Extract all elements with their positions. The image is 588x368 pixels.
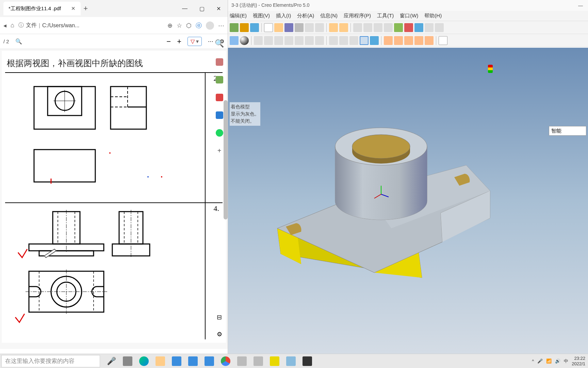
- tool-icon[interactable]: [404, 23, 413, 32]
- tool-icon[interactable]: [230, 23, 239, 32]
- close-icon[interactable]: ✕: [71, 5, 76, 12]
- menu-view[interactable]: 视图(V): [253, 13, 270, 19]
- print-icon[interactable]: [295, 23, 304, 32]
- minimize-icon[interactable]: —: [182, 5, 187, 12]
- ime-indicator[interactable]: 中: [564, 358, 568, 364]
- profile-icon[interactable]: [206, 21, 214, 30]
- shopping-icon[interactable]: [216, 58, 223, 66]
- no-hidden-icon[interactable]: [349, 36, 358, 45]
- zoom-fit-icon[interactable]: [274, 36, 283, 45]
- mail-icon[interactable]: [172, 356, 181, 366]
- app-icon[interactable]: [303, 356, 312, 366]
- wifi-icon[interactable]: 📶: [546, 358, 552, 364]
- taskbar-search[interactable]: 在这里输入你要搜索的内容: [1, 355, 100, 367]
- zoom-icon[interactable]: ⊕: [167, 22, 173, 29]
- tool-icon[interactable]: [370, 36, 379, 45]
- zoom-out-icon[interactable]: −: [166, 37, 171, 46]
- tray-up-icon[interactable]: ^: [532, 358, 534, 364]
- outlook-icon[interactable]: [216, 111, 223, 119]
- cortana-icon[interactable]: 🎤: [107, 357, 116, 366]
- menu-tools[interactable]: 工具(T): [377, 13, 394, 19]
- zoom-out-icon[interactable]: [264, 36, 273, 45]
- tool-icon[interactable]: [305, 23, 314, 32]
- add-sidebar-icon[interactable]: +: [217, 147, 222, 155]
- snip-icon[interactable]: [205, 356, 214, 366]
- clock[interactable]: 23:22 2022/1: [572, 356, 585, 366]
- zoom-in-icon[interactable]: [254, 36, 263, 45]
- app-icon[interactable]: [286, 356, 296, 366]
- menu-edit[interactable]: 编辑(E): [230, 13, 247, 19]
- search-sidebar-icon[interactable]: 🔍: [215, 39, 224, 48]
- app-icon[interactable]: [237, 356, 247, 366]
- menu-app[interactable]: 应用程序(P): [344, 13, 371, 19]
- tool-icon[interactable]: [250, 23, 259, 32]
- task-view-icon[interactable]: [123, 356, 132, 366]
- maximize-icon[interactable]: ▢: [199, 5, 205, 12]
- zoom-in-icon[interactable]: +: [177, 37, 181, 46]
- chrome-icon[interactable]: [221, 356, 230, 366]
- spotify-icon[interactable]: [216, 129, 223, 137]
- app-icon[interactable]: [188, 356, 198, 366]
- save-icon[interactable]: [284, 23, 293, 32]
- tool-icon[interactable]: [230, 36, 239, 45]
- menu-window[interactable]: 窗口(W): [400, 13, 418, 19]
- cut-icon[interactable]: [353, 23, 362, 32]
- tool-icon[interactable]: [384, 23, 393, 32]
- undo-icon[interactable]: [329, 23, 338, 32]
- new-file-icon[interactable]: [264, 23, 273, 32]
- menu-analysis[interactable]: 分析(A): [297, 13, 314, 19]
- tool-icon[interactable]: [315, 23, 324, 32]
- ie-icon[interactable]: ⓔ: [196, 21, 202, 30]
- creo-3d-viewport[interactable]: 着色模型 显示为灰色。 不能关闭。 智能: [228, 48, 588, 354]
- paste-icon[interactable]: [374, 23, 382, 32]
- app-icon[interactable]: [254, 356, 263, 366]
- tool-icon[interactable]: [425, 36, 434, 45]
- creo-taskbar-icon[interactable]: [270, 356, 279, 366]
- tool-icon[interactable]: [240, 23, 249, 32]
- mic-tray-icon[interactable]: 🎤: [537, 358, 543, 364]
- sidebar-settings-icon[interactable]: ⚙: [217, 331, 222, 338]
- menu-help[interactable]: 帮助(H): [424, 13, 442, 19]
- copy-icon[interactable]: [363, 23, 372, 32]
- people-icon[interactable]: [216, 76, 223, 83]
- browser-tab[interactable]: *工程制图作业11.4 .pdf ✕: [3, 2, 81, 15]
- help-icon[interactable]: [439, 36, 447, 45]
- new-tab-button[interactable]: +: [83, 4, 88, 13]
- extensions-icon[interactable]: ⬡: [186, 22, 192, 29]
- edge-icon[interactable]: [139, 356, 149, 366]
- search-icon[interactable]: 🔍: [15, 38, 22, 45]
- favorite-icon[interactable]: ☆: [177, 22, 182, 29]
- tool-icon[interactable]: [435, 23, 444, 32]
- menu-info[interactable]: 信息(N): [320, 13, 338, 19]
- collapse-icon[interactable]: ⊟: [217, 313, 222, 321]
- tool-icon[interactable]: [394, 23, 403, 32]
- office-icon[interactable]: [216, 94, 223, 101]
- pdf-content-area[interactable]: 根据两视图，补画视图中所缺的图线 2.: [0, 49, 228, 349]
- shaded-icon[interactable]: [360, 36, 369, 45]
- menu-icon[interactable]: ⋯: [218, 22, 224, 29]
- tool-icon[interactable]: [295, 36, 304, 45]
- tool-icon[interactable]: [284, 36, 293, 45]
- tool-icon[interactable]: [305, 36, 314, 45]
- datum-plane-icon[interactable]: [384, 36, 393, 45]
- tool-icon[interactable]: [315, 36, 324, 45]
- explorer-icon[interactable]: [156, 356, 165, 366]
- menu-insert[interactable]: 插入(I): [276, 13, 291, 19]
- redo-icon[interactable]: [339, 23, 348, 32]
- back-icon[interactable]: ◂: [3, 22, 6, 29]
- smart-filter-dropdown[interactable]: 智能: [549, 126, 586, 136]
- 3d-model[interactable]: [252, 92, 524, 283]
- home-icon[interactable]: ⌂: [11, 22, 14, 29]
- sphere-icon[interactable]: [240, 36, 249, 45]
- wireframe-icon[interactable]: [329, 36, 338, 45]
- open-file-icon[interactable]: [274, 23, 283, 32]
- close-window-icon[interactable]: ✕: [216, 5, 221, 12]
- tool-icon[interactable]: [425, 23, 434, 32]
- tool-icon[interactable]: [414, 36, 423, 45]
- hidden-line-icon[interactable]: [339, 36, 348, 45]
- address-text[interactable]: ⓘ 文件 | C:/Users/wan...: [18, 22, 80, 29]
- datum-axis-icon[interactable]: [394, 36, 403, 45]
- creo-minimize-icon[interactable]: —: [578, 3, 583, 8]
- tool-icon[interactable]: [414, 23, 423, 32]
- volume-icon[interactable]: 🔊: [555, 358, 560, 364]
